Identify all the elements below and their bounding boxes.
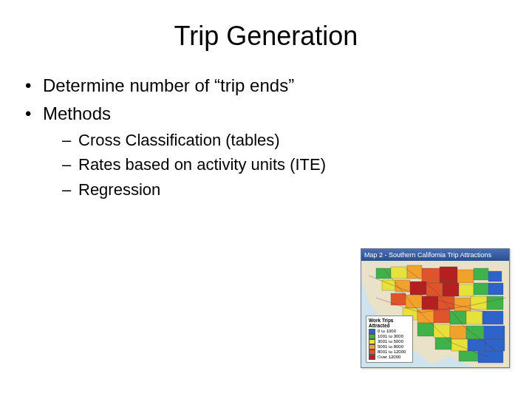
svg-rect-33 <box>466 326 484 339</box>
svg-rect-20 <box>438 296 454 310</box>
legend-label: 0 to 1000 <box>378 329 396 334</box>
slide-content: Determine number of “trip ends” Methods … <box>0 66 532 201</box>
legend-row: 5001 to 8000 <box>369 344 410 349</box>
svg-rect-3 <box>407 265 422 279</box>
map-window-titlebar: Map 2 - Southern California Trip Attract… <box>361 249 509 261</box>
svg-rect-13 <box>443 283 459 296</box>
slide: Trip Generation Determine number of “tri… <box>0 0 532 399</box>
svg-rect-30 <box>417 323 434 336</box>
sub-bullet-text: Regression <box>78 180 160 199</box>
svg-rect-29 <box>482 311 503 324</box>
svg-rect-14 <box>459 284 474 296</box>
svg-rect-4 <box>422 268 440 283</box>
svg-rect-22 <box>471 296 487 310</box>
svg-rect-39 <box>459 351 478 361</box>
svg-rect-8 <box>488 271 502 282</box>
legend-swatch <box>369 339 375 344</box>
svg-rect-6 <box>457 270 474 283</box>
sub-bullet-item: Cross Classification (tables) <box>62 129 510 151</box>
svg-rect-15 <box>474 283 488 295</box>
map-legend: Work Trips Attracted 0 to 1000 1001 to 3… <box>366 316 413 363</box>
bullet-text: Methods <box>43 103 111 123</box>
legend-row: 1001 to 3000 <box>369 334 410 339</box>
bullet-item: Determine number of “trip ends” <box>22 74 510 98</box>
svg-rect-26 <box>434 310 450 323</box>
svg-rect-5 <box>440 267 457 283</box>
legend-row: 3001 to 5000 <box>369 339 410 344</box>
svg-rect-40 <box>478 351 503 363</box>
legend-row: 8001 to 12000 <box>369 349 410 355</box>
sub-bullet-text: Rates based on activity units (ITE) <box>78 155 326 174</box>
bullet-text: Determine number of “trip ends” <box>43 75 294 95</box>
map-body: Work Trips Attracted 0 to 1000 1001 to 3… <box>361 261 509 367</box>
svg-rect-35 <box>435 338 451 349</box>
slide-title: Trip Generation <box>0 0 532 66</box>
legend-swatch <box>369 344 375 349</box>
legend-swatch <box>369 355 375 360</box>
sub-bullet-item: Rates based on activity units (ITE) <box>62 154 510 176</box>
legend-row: 0 to 1000 <box>369 329 410 334</box>
svg-rect-2 <box>391 267 407 279</box>
legend-swatch <box>369 334 375 339</box>
svg-rect-7 <box>474 268 488 280</box>
legend-swatch <box>369 329 375 334</box>
legend-row: Over 12000 <box>369 355 410 360</box>
sub-bullet-item: Regression <box>62 179 510 201</box>
svg-rect-19 <box>422 296 438 310</box>
svg-rect-36 <box>451 339 468 351</box>
sub-bullet-text: Cross Classification (tables) <box>78 131 280 149</box>
svg-rect-27 <box>450 311 466 324</box>
svg-rect-31 <box>434 324 450 338</box>
legend-label: 3001 to 5000 <box>378 339 403 344</box>
svg-rect-28 <box>466 311 482 324</box>
svg-rect-23 <box>487 296 503 310</box>
sub-bullet-list: Cross Classification (tables) Rates base… <box>43 129 510 201</box>
legend-label: 5001 to 8000 <box>378 344 403 349</box>
map-legend-title: Work Trips Attracted <box>369 318 410 328</box>
legend-label: 8001 to 12000 <box>378 349 406 355</box>
legend-label: Over 12000 <box>378 355 400 360</box>
map-thumbnail: Map 2 - Southern California Trip Attract… <box>361 248 510 368</box>
svg-rect-16 <box>488 283 503 295</box>
svg-rect-21 <box>454 298 471 311</box>
bullet-list: Determine number of “trip ends” Methods … <box>22 74 510 201</box>
svg-rect-34 <box>484 326 505 339</box>
bullet-item: Methods Cross Classification (tables) Ra… <box>22 102 510 200</box>
svg-rect-1 <box>376 268 391 279</box>
legend-label: 1001 to 3000 <box>378 334 403 339</box>
svg-rect-11 <box>410 282 426 295</box>
legend-swatch <box>369 349 375 355</box>
svg-rect-32 <box>450 326 466 339</box>
